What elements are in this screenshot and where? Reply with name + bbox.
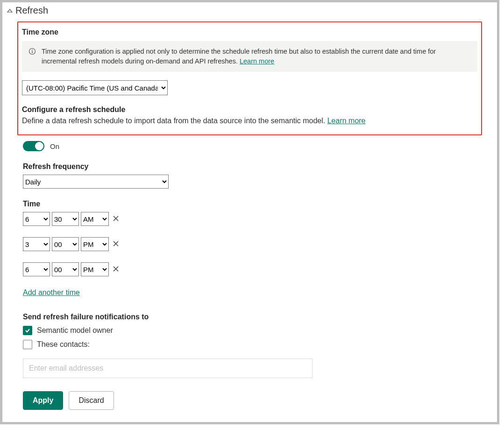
time-hour-select[interactable]: 6 — [23, 262, 50, 276]
schedule-learn-more-link[interactable]: Learn more — [327, 117, 366, 125]
schedule-toggle[interactable] — [23, 141, 44, 151]
time-hour-select[interactable]: 6 — [23, 212, 50, 226]
timezone-select[interactable]: (UTC-08:00) Pacific Time (US and Canada) — [22, 80, 168, 95]
section-title: Refresh — [15, 5, 48, 16]
remove-time-button[interactable] — [112, 265, 120, 274]
refresh-frequency-select[interactable]: Daily — [23, 175, 169, 189]
notify-contacts-checkbox[interactable] — [23, 340, 32, 349]
remove-time-button[interactable] — [112, 215, 120, 223]
discard-button[interactable]: Discard — [69, 391, 114, 410]
add-another-time-link[interactable]: Add another time — [23, 288, 80, 297]
notify-contacts-label: These contacts: — [37, 340, 90, 349]
time-minute-select[interactable]: 30 — [52, 212, 79, 226]
configure-schedule-heading: Configure a refresh schedule — [22, 105, 477, 114]
schedule-toggle-label: On — [50, 142, 59, 150]
time-minute-select[interactable]: 00 — [52, 262, 79, 276]
time-row: 6 00 PM — [23, 262, 482, 276]
timezone-info-banner: Time zone configuration is applied not o… — [22, 41, 477, 72]
timezone-info-text: Time zone configuration is applied not o… — [42, 47, 470, 66]
time-hour-select[interactable]: 3 — [23, 237, 50, 251]
info-icon — [28, 48, 36, 58]
svg-rect-2 — [32, 51, 32, 53]
time-ampm-select[interactable]: PM — [81, 237, 109, 251]
time-ampm-select[interactable]: PM — [81, 262, 109, 276]
time-row: 3 00 PM — [23, 237, 482, 251]
apply-button[interactable]: Apply — [23, 391, 63, 410]
time-row: 6 30 AM — [23, 212, 482, 226]
notify-email-input[interactable] — [23, 359, 312, 378]
time-ampm-select[interactable]: AM — [81, 212, 109, 226]
collapse-icon — [7, 8, 13, 14]
remove-time-button[interactable] — [112, 240, 120, 248]
notify-owner-label: Semantic model owner — [37, 326, 113, 335]
configure-schedule-description: Define a data refresh schedule to import… — [22, 117, 477, 125]
notify-heading: Send refresh failure notifications to — [23, 313, 482, 321]
timezone-learn-more-link[interactable]: Learn more — [240, 57, 274, 65]
refresh-settings-panel: Refresh Time zone Time zone configuratio… — [0, 0, 499, 424]
time-minute-select[interactable]: 00 — [52, 237, 79, 251]
time-label: Time — [23, 200, 482, 208]
highlight-region: Time zone Time zone configuration is app… — [17, 21, 482, 135]
svg-point-1 — [32, 49, 33, 50]
timezone-heading: Time zone — [22, 28, 477, 36]
notify-owner-checkbox[interactable] — [23, 326, 32, 335]
section-header[interactable]: Refresh — [2, 2, 497, 18]
refresh-frequency-label: Refresh frequency — [23, 162, 482, 171]
